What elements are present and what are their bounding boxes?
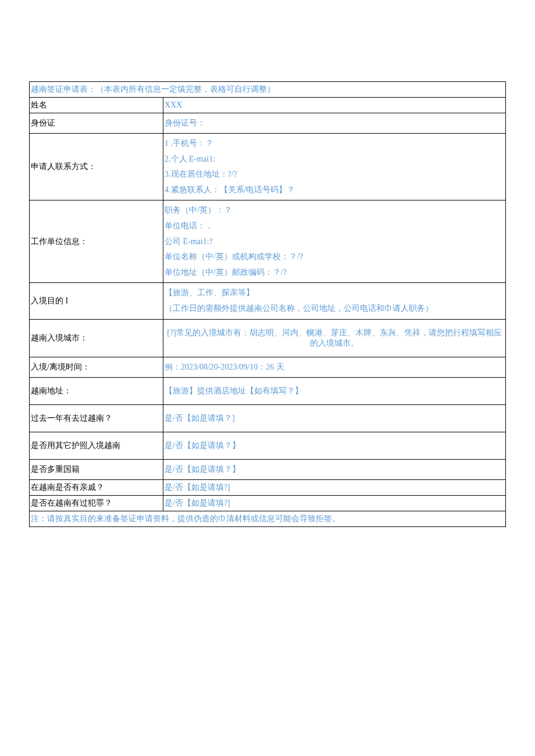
value-past-year: 是/否【如是请填？] [163,404,506,432]
work-line2: 单位电话：， [165,218,504,234]
work-line4: 单位名称（中/英）或机构或学校：？/? [165,249,504,265]
value-contact: 1 .手机号：？ 2.个人 E-mai1: 3.现在居住地址：?/? 4.紧急联… [163,134,506,200]
purpose-line1: 【旅游、工作、探亲等】 [165,285,504,301]
value-crime: 是/否【如是请填?] [163,495,506,511]
row-id: 身份证 身份证号： [30,113,506,134]
value-id: 身份证号： [163,113,506,134]
label-city: 越南入境城市： [30,319,163,357]
purpose-line2: （工作日的需额外提供越南公司名称，公司地址，公司电话和巾请人职务） [165,301,504,317]
title-row: 越南签证申请表：（本表内所有信息一定填完整，表格可自行调整） [30,82,506,98]
row-crime: 是否在越南有过犯罪？ 是/否【如是请填?] [30,495,506,511]
row-name: 姓名 XXX [30,98,506,113]
footer-row: 注：请按真实目的来准备签证申请资料，提供伪造的巾清材料或信息可能会导致拒签。 [30,511,506,526]
value-time: 例：2023/08/20-2023/09/10：26 天 [163,357,506,377]
row-contact: 申请人联系方式： 1 .手机号：？ 2.个人 E-mai1: 3.现在居住地址：… [30,134,506,200]
value-address: 【旅游】提供酒店地址【如有填写？】 [163,377,506,404]
row-address: 越南地址： 【旅游】提供酒店地址【如有填写？】 [30,377,506,404]
row-time: 入境/离境时间： 例：2023/08/20-2023/09/10：26 天 [30,357,506,377]
label-id: 身份证 [30,113,163,134]
label-contact: 申请人联系方式： [30,134,163,200]
value-multi-nationality: 是/否【如是请填？】 [163,459,506,479]
contact-line2: 2.个人 E-mai1: [165,152,504,167]
row-multi-nationality: 是否多重国籍 是/否【如是请填？】 [30,459,506,479]
label-crime: 是否在越南有过犯罪？ [30,495,163,511]
value-city: [?]常见的入境城市有：胡志明、河内、幌港、芽庄、木牌、东兴、凭祥，请您把行程填… [163,319,506,357]
label-relatives: 在越南是否有亲戚？ [30,479,163,495]
value-name: XXX [163,98,506,113]
label-past-year: 过去一年有去过越南？ [30,404,163,432]
contact-line1: 1 .手机号：？ [165,136,504,152]
form-footer: 注：请按真实目的来准备签证申请资料，提供伪造的巾清材料或信息可能会导致拒签。 [30,511,506,526]
work-line1: 职务（中/英）：？ [165,203,504,218]
row-relatives: 在越南是否有亲戚？ 是/否【如是请填?] [30,479,506,495]
label-address: 越南地址： [30,377,163,404]
value-work: 职务（中/英）：？ 单位电话：， 公司 E-mai1:? 单位名称（中/英）或机… [163,200,506,283]
value-purpose: 【旅游、工作、探亲等】 （工作日的需额外提供越南公司名称，公司地址，公司电话和巾… [163,283,506,319]
label-other-passport: 是否用其它护照入境越南 [30,432,163,459]
row-city: 越南入境城市： [?]常见的入境城市有：胡志明、河内、幌港、芽庄、木牌、东兴、凭… [30,319,506,357]
label-multi-nationality: 是否多重国籍 [30,459,163,479]
row-purpose: 入境目的 I 【旅游、工作、探亲等】 （工作日的需额外提供越南公司名称，公司地址… [30,283,506,319]
label-time: 入境/离境时间： [30,357,163,377]
label-purpose: 入境目的 I [30,283,163,319]
label-name: 姓名 [30,98,163,113]
work-line3: 公司 E-mai1:? [165,234,504,250]
work-line5: 单位地址（中/英）邮政编码：？/? [165,265,504,281]
value-relatives: 是/否【如是请填?] [163,479,506,495]
label-work: 工作单位信息： [30,200,163,283]
contact-line3: 3.现在居住地址：?/? [165,167,504,182]
visa-form-table: 越南签证申请表：（本表内所有信息一定填完整，表格可自行调整） 姓名 XXX 身份… [29,81,506,527]
row-work: 工作单位信息： 职务（中/英）：？ 单位电话：， 公司 E-mai1:? 单位名… [30,200,506,283]
row-other-passport: 是否用其它护照入境越南 是/否【如是请填？】 [30,432,506,459]
form-title: 越南签证申请表：（本表内所有信息一定填完整，表格可自行调整） [30,82,506,98]
contact-line4: 4.紧急联系人：【关系/电话号码】？ [165,182,504,198]
row-past-year: 过去一年有去过越南？ 是/否【如是请填？] [30,404,506,432]
value-other-passport: 是/否【如是请填？】 [163,432,506,459]
